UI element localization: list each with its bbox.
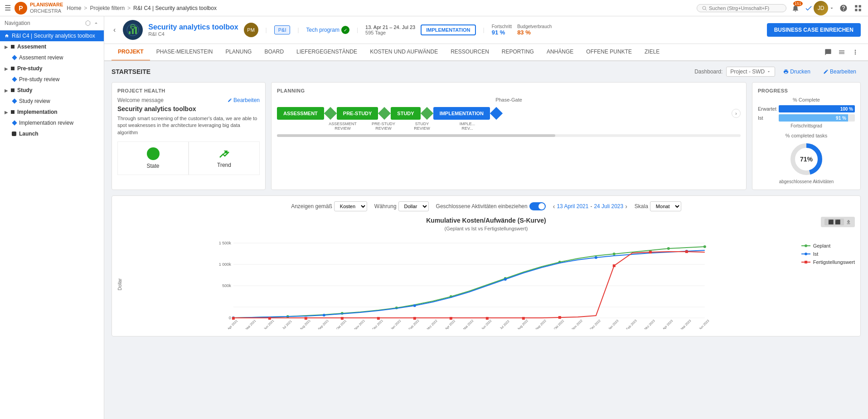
svg-rect-5 <box>135 27 137 34</box>
tab-ziele[interactable]: ZIELE <box>638 44 666 61</box>
grid-icon[interactable] <box>853 3 863 14</box>
complete-label: % Complete <box>758 97 855 102</box>
tab-projekt[interactable]: PROJEKT <box>112 44 150 61</box>
sidebar-assesment-label: Assesment <box>17 44 46 50</box>
svg-text:Okt 2022: Okt 2022 <box>553 319 565 329</box>
sidebar-item-implementation[interactable]: ▶ Implementation <box>0 107 104 117</box>
sidebar: Navigation R&I C4 | Security analytics t… <box>0 16 104 419</box>
progress-value: 91 % <box>492 29 512 36</box>
dashboard-select[interactable]: Project - SWD <box>726 67 775 77</box>
sidebar-item-implementation-review[interactable]: Implementation review <box>0 117 104 128</box>
implementation-square-icon <box>11 110 15 114</box>
tab-board[interactable]: BOARD <box>258 44 290 61</box>
search-box[interactable] <box>697 4 786 12</box>
notification-bell[interactable]: 151 <box>790 3 801 14</box>
date-prev-btn[interactable]: ‹ <box>553 203 555 210</box>
trend-indicator[interactable]: Trend <box>189 141 260 175</box>
tab-phase-meilenstein[interactable]: PHASE-MEILENSTEIN <box>150 44 219 61</box>
logo-circle: P <box>15 2 27 15</box>
currency-select[interactable]: Dollar <box>398 201 429 211</box>
chart-section: Anzeigen gemäß Kosten Währung Dollar Ges… <box>112 195 861 336</box>
date-next-btn[interactable]: › <box>625 203 627 210</box>
chart-wrapper: ⬛ ⬛ Kumulative Kosten/Aufwände (S-Kurve)… <box>117 217 855 331</box>
chart-export-btn[interactable]: ⬛ ⬛ <box>821 217 855 227</box>
avatar[interactable]: JD <box>814 1 828 15</box>
chat-icon[interactable] <box>823 47 834 58</box>
include-closed-toggle[interactable] <box>529 202 546 210</box>
tab-planung[interactable]: PLANUNG <box>219 44 258 61</box>
back-arrow[interactable]: ‹ <box>112 24 117 36</box>
chevron-down-icon[interactable] <box>829 5 834 11</box>
pi-badge[interactable]: P&I <box>274 25 291 34</box>
project-days: 595 Tage <box>365 30 415 35</box>
state-indicator[interactable]: State <box>117 141 189 175</box>
health-edit-icon <box>228 98 232 102</box>
sidebar-home-icon <box>5 34 9 38</box>
project-icon <box>123 20 143 40</box>
phase-implementation-btn[interactable]: IMPLEMENTATION <box>433 107 490 120</box>
sidebar-item-pre-study[interactable]: ▶ Pre-study <box>0 63 104 74</box>
expected-label: Erwartet <box>758 106 776 112</box>
sidebar-item-assesment[interactable]: ▶ Assesment <box>0 41 104 52</box>
budget-label: Budgetverbrauch <box>517 24 552 29</box>
tech-program-link[interactable]: Tech program ✓ <box>306 26 349 34</box>
sidebar-item-launch[interactable]: Launch <box>0 128 104 139</box>
print-button[interactable]: Drucken <box>779 67 815 76</box>
status-badge[interactable]: IMPLEMENTATION <box>421 24 475 35</box>
health-edit-button[interactable]: Bearbeiten <box>228 97 260 103</box>
phase-labels-row: ASSESSMENTREVIEW PRE-STUDYREVIEW STUDYRE… <box>277 122 741 131</box>
check-icon <box>805 4 813 12</box>
display-select[interactable]: Kosten <box>334 201 367 211</box>
phases-scrollbar[interactable] <box>277 134 741 137</box>
svg-point-0 <box>703 6 706 10</box>
review-label-assessment: ASSESSMENTREVIEW <box>327 122 359 131</box>
phase-study-btn[interactable]: STUDY <box>391 107 420 120</box>
date-from: 13 April 2021 <box>557 203 588 210</box>
project-title-section: Security analytics toolbox R&I C4 <box>148 23 238 37</box>
hamburger-icon[interactable]: ☰ <box>5 4 11 12</box>
tab-anhange[interactable]: ANHÄNGE <box>540 44 580 61</box>
svg-point-30 <box>413 304 416 307</box>
sidebar-item-study-review[interactable]: Study review <box>0 96 104 107</box>
date-to: 24 Juli 2023 <box>594 203 623 210</box>
svg-text:500k: 500k <box>222 283 231 288</box>
donut-chart: 71% <box>788 141 824 177</box>
help-icon[interactable] <box>838 3 849 14</box>
search-input[interactable] <box>709 5 781 11</box>
svg-text:Apr 2022: Apr 2022 <box>445 319 456 329</box>
business-case-button[interactable]: BUSINESS CASE EINREICHEN <box>767 23 861 37</box>
expand-study-icon: ▶ <box>5 88 8 93</box>
sidebar-expand-icon[interactable] <box>93 20 99 26</box>
phase-pre-study-btn[interactable]: PRE-STUDY <box>337 107 378 120</box>
tab-offene-punkte[interactable]: OFFENE PUNKTE <box>580 44 638 61</box>
phase-assessment-btn[interactable]: ASSESSMENT <box>277 107 324 120</box>
scale-select[interactable]: Monat <box>650 201 681 211</box>
user-avatar-header[interactable]: PM <box>244 23 258 37</box>
chart-legend: Geplant Ist Fertigstellungswert <box>796 239 855 331</box>
menu-icon[interactable] <box>836 47 847 58</box>
svg-rect-35 <box>268 317 271 320</box>
sidebar-root-item[interactable]: R&I C4 | Security analytics toolbox <box>0 30 104 41</box>
sidebar-pin-icon[interactable] <box>85 20 91 26</box>
tab-reporting[interactable]: REPORTING <box>495 44 540 61</box>
currency-label: Währung <box>374 203 397 210</box>
svg-rect-39 <box>413 317 416 320</box>
edit-button[interactable]: Bearbeiten <box>819 67 861 76</box>
nav-projekte-link[interactable]: Projekte filtern <box>90 5 125 11</box>
svg-rect-43 <box>558 316 561 319</box>
sidebar-item-study[interactable]: ▶ Study <box>0 85 104 96</box>
svg-text:Dez 2021: Dez 2021 <box>372 319 383 329</box>
svg-point-29 <box>323 314 325 317</box>
welcome-title: Welcome message <box>117 97 164 103</box>
nav-home-link[interactable]: Home <box>67 5 81 11</box>
phases-scroll-right[interactable]: › <box>732 109 741 118</box>
sidebar-title: Navigation <box>5 20 30 26</box>
topbar: ☰ P PLANISWARE ORCHESTRA Home > Projekte… <box>0 0 868 16</box>
tab-kosten[interactable]: KOSTEN UND AUFWÄNDE <box>364 44 444 61</box>
svg-text:Mrz 2022: Mrz 2022 <box>426 319 438 329</box>
tab-ressourcen[interactable]: RESSOURCEN <box>444 44 495 61</box>
more-icon[interactable] <box>850 47 861 58</box>
tab-liefergegenstande[interactable]: LIEFERGEGENSTÄNDE <box>290 44 364 61</box>
sidebar-item-pre-study-review[interactable]: Pre-study review <box>0 74 104 85</box>
sidebar-item-assesment-review[interactable]: Assesment review <box>0 52 104 63</box>
